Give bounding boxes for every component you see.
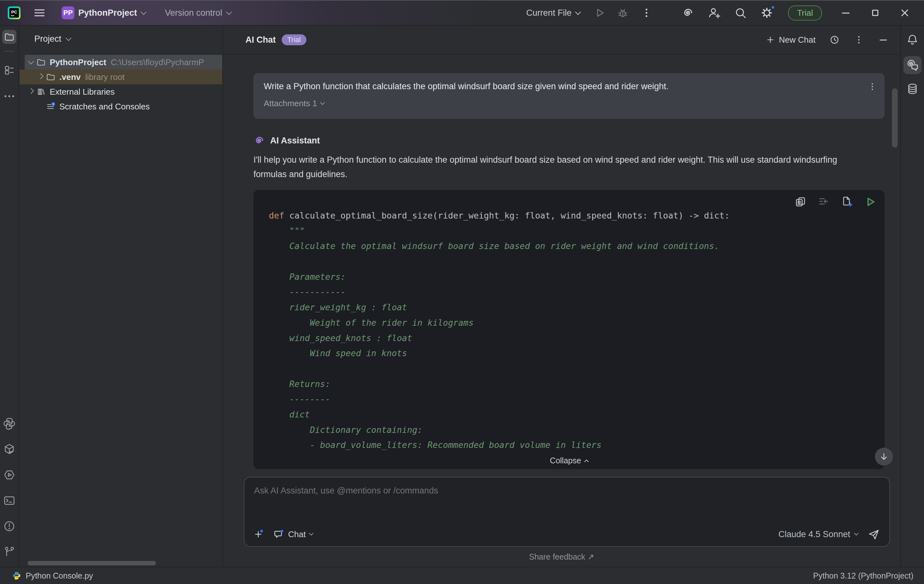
left-tool-strip	[0, 26, 19, 567]
add-user-icon	[708, 7, 721, 19]
maximize-button[interactable]	[870, 7, 881, 19]
ai-chat-tool-button[interactable]	[903, 56, 921, 74]
code-block: def calculate_optimal_board_size(rider_w…	[254, 190, 884, 469]
file-plus-icon	[841, 196, 853, 208]
terminal-tool-button[interactable]	[3, 494, 16, 507]
kebab-icon	[640, 7, 653, 19]
vcs-widget[interactable]: Version control	[165, 8, 231, 18]
debug-button[interactable]	[617, 7, 629, 19]
search-everywhere-button[interactable]	[734, 7, 747, 19]
trial-license-button[interactable]: Trial	[788, 5, 822, 21]
folder-icon	[36, 58, 46, 67]
chevron-down-icon	[226, 9, 232, 15]
main-menu-button[interactable]	[33, 7, 46, 19]
kebab-icon	[853, 34, 864, 45]
insert-at-caret-button[interactable]	[818, 196, 829, 208]
chat-mode-selector[interactable]: Chat	[273, 529, 313, 540]
minimize-button[interactable]	[840, 7, 851, 19]
interpreter-label: Python 3.12 (PythonProject)	[813, 571, 913, 580]
database-icon	[906, 82, 919, 95]
structure-tool-button[interactable]	[3, 64, 15, 76]
hide-panel-button[interactable]	[878, 34, 889, 45]
bell-icon	[906, 33, 919, 46]
tree-label: .venv	[59, 72, 81, 82]
chevron-down-icon	[320, 100, 325, 105]
settings-button[interactable]	[761, 7, 773, 19]
problems-tool-button[interactable]	[3, 520, 16, 533]
ai-assistant-button[interactable]	[681, 7, 694, 19]
chat-input-box[interactable]: Ask AI Assistant, use @mentions or /comm…	[244, 477, 890, 547]
create-file-from-code-button[interactable]	[841, 196, 853, 208]
notifications-button[interactable]	[906, 33, 919, 46]
message-options-button[interactable]	[867, 81, 878, 92]
ai-chat-title: AI Chat	[246, 35, 276, 45]
chat-input-placeholder: Ask AI Assistant, use @mentions or /comm…	[254, 486, 438, 496]
model-selector[interactable]: Claude 4.5 Sonnet	[778, 530, 858, 539]
send-button[interactable]	[868, 528, 880, 540]
horizontal-scrollbar[interactable]	[28, 561, 156, 565]
terminal-icon	[3, 494, 16, 507]
project-panel-header[interactable]: Project	[19, 26, 222, 52]
run-code-button[interactable]	[865, 196, 876, 208]
project-tree: PythonProject C:\Users\floyd\PycharmP .v…	[19, 55, 222, 114]
tree-row-external-libraries[interactable]: External Libraries	[19, 84, 222, 99]
minimize-icon	[840, 7, 851, 19]
project-tool-button[interactable]	[2, 30, 16, 44]
collapse-code-button[interactable]: Collapse	[254, 454, 884, 467]
add-context-button[interactable]	[253, 529, 264, 540]
run-configuration-selector[interactable]: Current File	[526, 8, 580, 18]
more-tool-windows-button[interactable]	[5, 95, 14, 97]
project-switcher[interactable]: PythonProject	[78, 8, 146, 18]
python-console-tool-button[interactable]	[3, 417, 16, 430]
status-interpreter[interactable]: Python 3.12 (PythonProject)	[813, 571, 913, 581]
python-packages-tool-button[interactable]	[3, 443, 16, 455]
code-line: Calculate the optimal windsurf board siz…	[269, 238, 878, 254]
tree-row-scratches[interactable]: Scratches and Consoles	[19, 99, 222, 114]
tree-row-pythonproject[interactable]: PythonProject C:\Users\floyd\PycharmP	[19, 55, 222, 69]
copy-code-button[interactable]	[795, 196, 806, 208]
divider	[4, 51, 15, 52]
pycharm-window: PC PP PythonProject Version control Curr…	[0, 0, 924, 584]
chat-scrollbar[interactable]	[892, 88, 898, 148]
notification-dot	[771, 5, 775, 10]
chevron-down-icon	[66, 35, 71, 41]
assistant-intro-text: I'll help you write a Python function to…	[254, 153, 860, 181]
database-tool-button[interactable]	[906, 82, 919, 95]
more-actions-button[interactable]	[640, 7, 653, 19]
chat-history-button[interactable]	[829, 34, 840, 45]
code-line: --------	[269, 391, 878, 407]
code-line: wind_speed_knots : float	[269, 330, 878, 346]
chevron-down-icon[interactable]	[28, 58, 34, 64]
assistant-name: AI Assistant	[270, 136, 320, 146]
scroll-to-bottom-button[interactable]	[875, 448, 893, 465]
share-feedback-link[interactable]: Share feedback ↗	[529, 552, 594, 561]
scratches-icon	[46, 102, 56, 111]
chevron-right-icon[interactable]	[28, 88, 34, 94]
new-chat-button[interactable]: New Chat	[766, 35, 815, 45]
chevron-down-icon	[854, 531, 858, 536]
play-icon	[594, 7, 606, 19]
chat-mode-label: Chat	[288, 530, 306, 539]
chevron-right-icon[interactable]	[38, 73, 43, 79]
status-file[interactable]: Python Console.py	[12, 571, 93, 581]
project-panel: Project PythonProject C:\Users\floyd\Pyc…	[19, 26, 223, 567]
chat-bubble-icon	[273, 529, 284, 540]
project-name: PythonProject	[78, 8, 137, 18]
chat-options-button[interactable]	[853, 34, 864, 45]
services-icon	[3, 469, 16, 481]
project-badge[interactable]: PP	[62, 7, 74, 19]
assistant-message-header: AI Assistant	[254, 134, 884, 148]
tree-row-venv[interactable]: .venv library root	[19, 69, 222, 84]
attachments-toggle[interactable]: Attachments 1	[264, 99, 865, 109]
version-control-tool-button[interactable]	[3, 546, 16, 558]
code-line: dict	[269, 407, 878, 422]
close-button[interactable]	[899, 7, 911, 19]
maximize-icon	[870, 7, 881, 19]
code-with-me-button[interactable]	[708, 7, 721, 19]
ai-spiral-icon	[254, 135, 265, 146]
arrow-down-icon	[879, 452, 888, 461]
services-tool-button[interactable]	[3, 469, 16, 481]
code-line: Dictionary containing:	[269, 422, 878, 438]
run-button[interactable]	[594, 7, 606, 19]
chat-footer: Ask AI Assistant, use @mentions or /comm…	[223, 472, 900, 567]
